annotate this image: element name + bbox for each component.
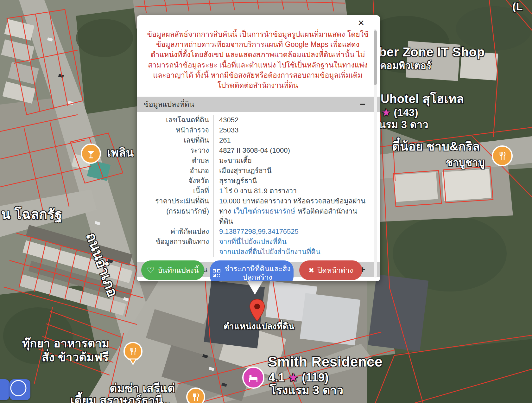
map-label-cyber-zone-sub: คอมพิวเตอร์ <box>380 60 432 71</box>
measure-icon <box>0 379 1 392</box>
map-label-tomcha-line2: เตี้ยม สุราษฎร์ธานี.. <box>70 394 170 403</box>
qr-code-icon <box>212 269 221 277</box>
field-label: ค่าพิกัดแปลง <box>137 227 213 237</box>
map-label-uhotel-rating: ★ (143) <box>382 107 418 118</box>
modal-scrollbar[interactable] <box>374 29 377 278</box>
field-label: อำเภอ <box>137 166 213 176</box>
field-value: จากที่นี่ไปยังแปลงที่ดิน จากแปลงที่ดินไป… <box>213 237 366 257</box>
minus-icon[interactable]: − <box>360 99 365 110</box>
table-row: ข้อมูลการเดินทาง จากที่นี่ไปยังแปลงที่ดิ… <box>137 237 366 257</box>
close-window-button[interactable]: ✖ ปิดหน้าต่าง <box>299 260 362 280</box>
map-label-smith-type: โรงแรม 3 ดาว <box>270 384 343 397</box>
field-label: เลขที่ดิน <box>137 135 213 145</box>
table-row: เนื้อที่ 1 ไร่ 0 งาน 81.9 ตารางวา <box>137 186 366 196</box>
field-label: ราคาประเมินที่ดิน (กรมธนารักษ์) <box>137 196 213 227</box>
pay-tax-button[interactable]: ชำระภาษีที่ดินและสิ่งปลูกสร้าง <box>210 260 294 281</box>
field-value: 4827 II 3608-04 (1000) <box>213 145 366 156</box>
table-row: ราคาประเมินที่ดิน (กรมธนารักษ์) 10,000 บ… <box>137 196 366 227</box>
scrollbar-thumb[interactable] <box>374 30 377 85</box>
field-value: 25033 <box>213 125 366 135</box>
map-label-tinoi-sub: ชาบูชาบู <box>446 157 485 168</box>
section-header-parcel-info[interactable]: ข้อมูลแปลงที่ดิน − <box>137 97 380 112</box>
circle-tool-icon <box>10 379 27 397</box>
close-x-icon: ✖ <box>308 266 314 275</box>
star-icon: ★ <box>382 107 391 118</box>
parcel-info-modal: × ข้อมูลผลลัพธ์จากการสืบค้นนี้ เป็นการนำ… <box>137 15 380 281</box>
table-row: ค่าพิกัดแปลง 9.13877298,99.34176525 <box>137 227 366 237</box>
field-value: 1 ไร่ 0 งาน 81.9 ตารางวา <box>213 186 366 196</box>
map-label-corner: (L <box>512 1 523 12</box>
directions-to-land-office-link[interactable]: จากแปลงที่ดินไปยังสำนักงานที่ดิน <box>219 247 366 257</box>
heart-icon: ♡ <box>147 266 154 275</box>
table-row: เลขที่ดิน 261 <box>137 135 366 145</box>
coordinates-link[interactable]: 9.13877298,99.34176525 <box>219 227 299 235</box>
field-value: 10,000 บาทต่อตารางวา หรือตรวจสอบข้อมูลผ่… <box>213 196 366 227</box>
treasury-website-link[interactable]: เว็บไซต์กรมธนารักษ์ <box>234 207 295 215</box>
map-label-tukya-line1: ทุ๊กยา อาหารตาม <box>22 337 110 350</box>
map-label-parcel-position: ตำแหน่งแปลงที่ดิน <box>224 322 294 331</box>
directions-to-parcel-link[interactable]: จากที่นี่ไปยังแปลงที่ดิน <box>219 237 366 247</box>
field-value: 261 <box>213 135 366 145</box>
map-label-cyber-zone: ber Zone IT Shop <box>379 45 485 59</box>
field-value: 43052 <box>213 115 366 125</box>
map-label-tukya-line2: สั่ง ข้าวต้มฟรี <box>42 351 109 364</box>
map-label-smith-rating: 4.1 ★ (119) <box>269 371 329 384</box>
location-pin-icon <box>250 299 265 321</box>
map-label-tinoi: ตี๋น้อย ชาบ&กริล <box>392 140 480 153</box>
measure-tool-button[interactable] <box>0 379 10 400</box>
modal-action-buttons: ♡ บันทึกแปลงนี้ ชำระภาษีที่ดินและสิ่งปลู… <box>141 260 362 281</box>
disclaimer-text: ข้อมูลผลลัพธ์จากการสืบค้นนี้ เป็นการนำข้… <box>145 29 370 90</box>
field-label: จังหวัด <box>137 176 213 186</box>
parcel-detail-table: เลขโฉนดที่ดิน 43052 หน้าสำรวจ 25033 เลขท… <box>137 112 380 257</box>
field-value: 9.13877298,99.34176525 <box>213 227 366 237</box>
field-label: ตำบล <box>137 156 213 166</box>
map-label-chonlokrat-road: น โฉลกรัฐ <box>1 207 62 222</box>
field-label: ระวาง <box>137 145 213 156</box>
field-label: เนื้อที่ <box>137 186 213 196</box>
field-value: มะขามเตี้ย <box>213 156 366 166</box>
table-row: ตำบล มะขามเตี้ย <box>137 156 366 166</box>
map-label-tomcha-line1: ต่มซ่า เสรีแต่ <box>110 382 175 395</box>
field-value: สุราษฎร์ธานี <box>213 176 366 186</box>
table-row: ระวาง 4827 II 3608-04 (1000) <box>137 145 366 156</box>
map-label-phloen: เพลิน <box>107 146 134 159</box>
table-row: อำเภอ เมืองสุราษฎร์ธานี <box>137 166 366 176</box>
star-icon: ★ <box>288 371 299 384</box>
map-label-uhotel-type: นรม 3 ดาว <box>379 119 428 130</box>
close-icon[interactable]: × <box>358 17 364 28</box>
modal-callout-tail <box>246 280 263 295</box>
table-row: จังหวัด สุราษฎร์ธานี <box>137 176 366 186</box>
field-label: เลขโฉนดที่ดิน <box>137 115 213 125</box>
map-label-uhotel: Uhotel สุโฮเทล <box>381 93 464 106</box>
field-value: เมืองสุราษฎร์ธานี <box>213 166 366 176</box>
map-label-smith: Smith Residence <box>268 354 383 369</box>
section-title: ข้อมูลแปลงที่ดิน <box>144 99 194 110</box>
field-label: หน้าสำรวจ <box>137 125 213 135</box>
save-parcel-button[interactable]: ♡ บันทึกแปลงนี้ <box>141 260 204 280</box>
table-row: หน้าสำรวจ 25033 <box>137 125 366 135</box>
circle-tool-button[interactable] <box>10 379 30 400</box>
table-row: เลขโฉนดที่ดิน 43052 <box>137 115 366 125</box>
field-label: ข้อมูลการเดินทาง <box>137 237 213 257</box>
